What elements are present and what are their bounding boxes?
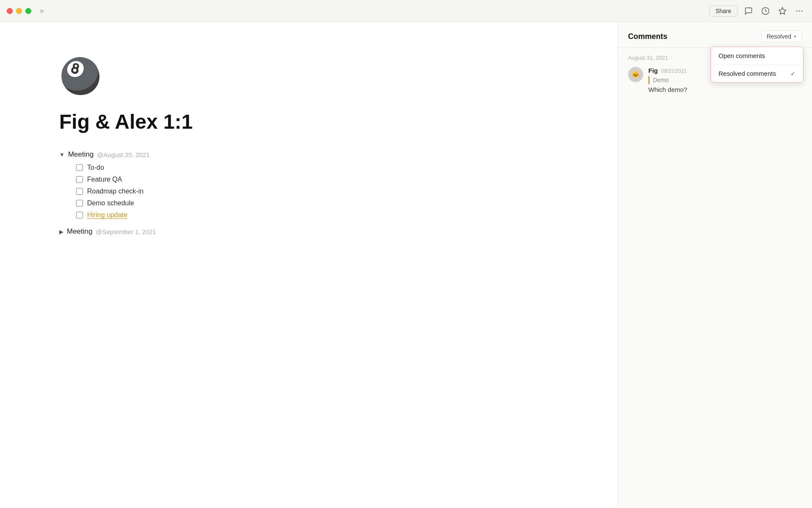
chevron-nav-icon: » <box>40 6 44 15</box>
meeting-label-2: Meeting <box>67 227 92 236</box>
item-label-feature-qa: Feature QA <box>87 176 122 183</box>
comment-body-text: Which demo? <box>648 86 802 93</box>
filter-button[interactable]: Resolved ▾ <box>761 30 802 42</box>
item-label-hiring: Hiring update <box>87 211 127 219</box>
checkbox-feature-qa[interactable] <box>76 176 83 183</box>
list-item: To-do <box>76 164 558 171</box>
list-item: Roadmap check-in <box>76 188 558 195</box>
filter-label: Resolved <box>767 33 791 40</box>
more-options-button[interactable] <box>793 5 805 17</box>
document-area: 🎱 Fig & Alex 1:1 ▼ Meeting @August 25, 2… <box>0 22 617 508</box>
filter-dropdown: Open comments Resolved comments ✓ <box>710 47 804 83</box>
document-title: Fig & Alex 1:1 <box>59 110 558 133</box>
fig-avatar-image: 🐱 <box>628 67 643 82</box>
minimize-button[interactable] <box>16 8 22 14</box>
sidebar-title: Comments <box>628 32 667 41</box>
titlebar-actions: Share <box>709 5 805 17</box>
dropdown-item-open[interactable]: Open comments <box>711 47 803 64</box>
svg-marker-1 <box>779 7 786 14</box>
svg-text:🐱: 🐱 <box>631 70 640 78</box>
checkbox-demo-schedule[interactable] <box>76 200 83 207</box>
star-icon-button[interactable] <box>776 5 788 17</box>
maximize-button[interactable] <box>25 8 31 14</box>
document-icon: 🎱 <box>59 56 100 97</box>
meeting-section-2: ▶ Meeting @September 1, 2021 <box>59 227 558 236</box>
comments-sidebar: Comments Resolved ▾ Open comments Resolv… <box>617 22 812 508</box>
avatar: 🐱 <box>628 67 643 82</box>
comment-icon <box>744 7 753 15</box>
item-label-demo-schedule: Demo schedule <box>87 199 134 207</box>
checklist-1: To-do Feature QA Roadmap check-in Demo s… <box>59 164 558 219</box>
meeting-date-2: @September 1, 2021 <box>96 228 156 235</box>
comment-icon-button[interactable] <box>743 5 754 17</box>
comment-ref-text: Demo <box>653 77 669 83</box>
dropdown-item-resolved[interactable]: Resolved comments ✓ <box>711 65 803 82</box>
titlebar: » Share <box>0 0 812 22</box>
checkbox-hiring[interactable] <box>76 212 83 218</box>
comments-body: August 31, 2021 🐱 Fig 08/31/2021 Dem <box>618 48 812 508</box>
svg-point-4 <box>801 10 803 11</box>
clock-icon <box>761 7 770 15</box>
dropdown-open-label: Open comments <box>719 52 765 59</box>
checkbox-roadmap[interactable] <box>76 188 83 195</box>
dropdown-resolved-label: Resolved comments <box>719 70 776 77</box>
comment-timestamp: 08/31/2021 <box>661 68 687 74</box>
share-button[interactable]: Share <box>709 6 738 17</box>
meeting-section-1: ▼ Meeting @August 25, 2021 To-do Feature… <box>59 150 558 219</box>
list-item: Feature QA <box>76 176 558 183</box>
chevron-down-icon: ▾ <box>794 34 796 39</box>
toggle-arrow-collapsed[interactable]: ▶ <box>59 229 63 235</box>
main-layout: 🎱 Fig & Alex 1:1 ▼ Meeting @August 25, 2… <box>0 22 812 508</box>
nav-chevrons[interactable]: » <box>40 6 44 15</box>
item-label-todo: To-do <box>87 164 104 171</box>
meeting-header-1: ▼ Meeting @August 25, 2021 <box>59 150 558 159</box>
checkbox-todo[interactable] <box>76 164 83 171</box>
more-icon <box>795 7 804 15</box>
list-item: Hiring update <box>76 211 558 219</box>
meeting-date-1: @August 25, 2021 <box>97 151 149 158</box>
comment-author: Fig <box>648 67 658 74</box>
svg-point-2 <box>796 10 798 11</box>
checkmark-icon: ✓ <box>790 70 796 77</box>
comment-ref-bar <box>648 76 650 84</box>
svg-point-3 <box>799 10 800 11</box>
close-button[interactable] <box>7 8 13 14</box>
item-label-roadmap: Roadmap check-in <box>87 188 143 195</box>
meeting-label-1: Meeting <box>68 150 93 159</box>
list-item: Demo schedule <box>76 199 558 207</box>
clock-icon-button[interactable] <box>760 5 771 17</box>
sidebar-header: Comments Resolved ▾ Open comments Resolv… <box>618 22 812 48</box>
star-icon <box>778 7 787 15</box>
meeting-header-2: ▶ Meeting @September 1, 2021 <box>59 227 558 236</box>
toggle-arrow-expanded[interactable]: ▼ <box>59 152 65 158</box>
traffic-lights <box>7 8 31 14</box>
